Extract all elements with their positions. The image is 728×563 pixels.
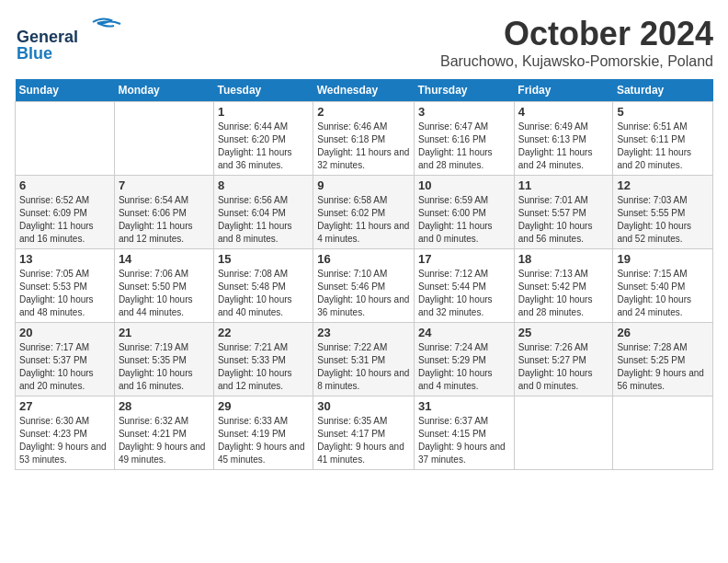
calendar-cell: 15Sunrise: 7:08 AM Sunset: 5:48 PM Dayli… [213, 249, 313, 323]
calendar-cell: 29Sunrise: 6:33 AM Sunset: 4:19 PM Dayli… [213, 396, 313, 470]
svg-text:Blue: Blue [17, 44, 52, 61]
calendar-week-2: 6Sunrise: 6:52 AM Sunset: 6:09 PM Daylig… [16, 176, 713, 249]
calendar-cell: 20Sunrise: 7:17 AM Sunset: 5:37 PM Dayli… [16, 323, 115, 396]
day-info: Sunrise: 7:28 AM Sunset: 5:25 PM Dayligh… [617, 341, 709, 393]
day-number: 20 [19, 326, 110, 339]
calendar-table: SundayMondayTuesdayWednesdayThursdayFrid… [15, 79, 713, 470]
calendar-cell: 25Sunrise: 7:26 AM Sunset: 5:27 PM Dayli… [514, 323, 613, 396]
day-number: 11 [518, 178, 609, 192]
calendar-cell: 22Sunrise: 7:21 AM Sunset: 5:33 PM Dayli… [213, 323, 313, 396]
calendar-week-3: 13Sunrise: 7:05 AM Sunset: 5:53 PM Dayli… [16, 249, 713, 323]
weekday-header-monday: Monday [114, 79, 213, 102]
day-number: 25 [518, 326, 609, 339]
calendar-cell: 18Sunrise: 7:13 AM Sunset: 5:42 PM Dayli… [514, 249, 613, 323]
calendar-cell: 6Sunrise: 6:52 AM Sunset: 6:09 PM Daylig… [16, 176, 115, 249]
weekday-header-wednesday: Wednesday [313, 79, 415, 102]
day-info: Sunrise: 7:03 AM Sunset: 5:55 PM Dayligh… [617, 194, 709, 246]
day-number: 22 [218, 326, 309, 339]
day-info: Sunrise: 7:12 AM Sunset: 5:44 PM Dayligh… [418, 268, 510, 319]
calendar-week-4: 20Sunrise: 7:17 AM Sunset: 5:37 PM Dayli… [16, 323, 713, 396]
day-info: Sunrise: 7:13 AM Sunset: 5:42 PM Dayligh… [518, 268, 609, 319]
calendar-cell: 14Sunrise: 7:06 AM Sunset: 5:50 PM Dayli… [114, 249, 213, 323]
weekday-header-thursday: Thursday [415, 79, 515, 102]
calendar-cell [16, 102, 115, 176]
calendar-cell: 7Sunrise: 6:54 AM Sunset: 6:06 PM Daylig… [114, 176, 213, 249]
calendar-week-5: 27Sunrise: 6:30 AM Sunset: 4:23 PM Dayli… [16, 396, 713, 470]
calendar-cell: 31Sunrise: 6:37 AM Sunset: 4:15 PM Dayli… [415, 396, 515, 470]
day-info: Sunrise: 6:35 AM Sunset: 4:17 PM Dayligh… [317, 415, 410, 466]
location: Baruchowo, Kujawsko-Pomorskie, Poland [440, 53, 713, 70]
svg-text:General: General [17, 28, 78, 46]
day-number: 10 [418, 178, 510, 192]
calendar-cell: 19Sunrise: 7:15 AM Sunset: 5:40 PM Dayli… [613, 249, 713, 323]
day-number: 4 [518, 105, 609, 119]
day-info: Sunrise: 7:24 AM Sunset: 5:29 PM Dayligh… [418, 341, 510, 393]
day-info: Sunrise: 7:05 AM Sunset: 5:53 PM Dayligh… [19, 268, 110, 319]
calendar-cell: 13Sunrise: 7:05 AM Sunset: 5:53 PM Dayli… [16, 249, 115, 323]
day-info: Sunrise: 7:22 AM Sunset: 5:31 PM Dayligh… [317, 341, 410, 393]
day-info: Sunrise: 6:58 AM Sunset: 6:02 PM Dayligh… [317, 194, 410, 246]
day-number: 3 [418, 105, 510, 119]
day-number: 7 [119, 178, 210, 192]
day-number: 26 [617, 326, 709, 339]
day-info: Sunrise: 6:52 AM Sunset: 6:09 PM Dayligh… [19, 194, 110, 246]
day-info: Sunrise: 7:08 AM Sunset: 5:48 PM Dayligh… [218, 268, 309, 319]
calendar-cell [114, 102, 213, 176]
page-header: General Blue October 2024 Baruchowo, Kuj… [15, 15, 713, 70]
day-number: 31 [418, 399, 510, 413]
title-block: October 2024 Baruchowo, Kujawsko-Pomorsk… [440, 15, 713, 70]
logo: General Blue [15, 15, 125, 61]
day-number: 9 [317, 178, 410, 192]
weekday-header-sunday: Sunday [16, 79, 115, 102]
day-number: 13 [19, 252, 110, 266]
day-number: 8 [218, 178, 309, 192]
day-info: Sunrise: 6:33 AM Sunset: 4:19 PM Dayligh… [218, 415, 309, 466]
calendar-cell: 5Sunrise: 6:51 AM Sunset: 6:11 PM Daylig… [613, 102, 713, 176]
day-number: 12 [617, 178, 709, 192]
calendar-cell: 2Sunrise: 6:46 AM Sunset: 6:18 PM Daylig… [313, 102, 415, 176]
calendar-cell: 10Sunrise: 6:59 AM Sunset: 6:00 PM Dayli… [415, 176, 515, 249]
day-info: Sunrise: 7:17 AM Sunset: 5:37 PM Dayligh… [19, 341, 110, 393]
calendar-cell: 4Sunrise: 6:49 AM Sunset: 6:13 PM Daylig… [514, 102, 613, 176]
day-info: Sunrise: 7:21 AM Sunset: 5:33 PM Dayligh… [218, 341, 309, 393]
day-number: 23 [317, 326, 410, 339]
calendar-cell [514, 396, 613, 470]
day-info: Sunrise: 7:26 AM Sunset: 5:27 PM Dayligh… [518, 341, 609, 393]
day-info: Sunrise: 6:54 AM Sunset: 6:06 PM Dayligh… [119, 194, 210, 246]
calendar-cell: 8Sunrise: 6:56 AM Sunset: 6:04 PM Daylig… [213, 176, 313, 249]
weekday-header-saturday: Saturday [613, 79, 713, 102]
calendar-cell: 3Sunrise: 6:47 AM Sunset: 6:16 PM Daylig… [415, 102, 515, 176]
calendar-cell: 28Sunrise: 6:32 AM Sunset: 4:21 PM Dayli… [114, 396, 213, 470]
day-info: Sunrise: 6:46 AM Sunset: 6:18 PM Dayligh… [317, 121, 410, 172]
calendar-cell: 26Sunrise: 7:28 AM Sunset: 5:25 PM Dayli… [613, 323, 713, 396]
day-info: Sunrise: 6:37 AM Sunset: 4:15 PM Dayligh… [418, 415, 510, 466]
day-info: Sunrise: 6:30 AM Sunset: 4:23 PM Dayligh… [19, 415, 110, 466]
day-number: 17 [418, 252, 510, 266]
day-number: 1 [218, 105, 309, 119]
day-number: 5 [617, 105, 709, 119]
calendar-header: SundayMondayTuesdayWednesdayThursdayFrid… [16, 79, 713, 102]
weekday-header-tuesday: Tuesday [213, 79, 313, 102]
calendar-cell: 16Sunrise: 7:10 AM Sunset: 5:46 PM Dayli… [313, 249, 415, 323]
day-number: 28 [119, 399, 210, 413]
day-info: Sunrise: 7:06 AM Sunset: 5:50 PM Dayligh… [119, 268, 210, 319]
day-number: 29 [218, 399, 309, 413]
calendar-cell: 12Sunrise: 7:03 AM Sunset: 5:55 PM Dayli… [613, 176, 713, 249]
calendar-cell: 17Sunrise: 7:12 AM Sunset: 5:44 PM Dayli… [415, 249, 515, 323]
day-info: Sunrise: 7:15 AM Sunset: 5:40 PM Dayligh… [617, 268, 709, 319]
calendar-cell [613, 396, 713, 470]
logo-svg: General Blue [15, 15, 125, 61]
day-info: Sunrise: 6:56 AM Sunset: 6:04 PM Dayligh… [218, 194, 309, 246]
day-number: 21 [119, 326, 210, 339]
calendar-cell: 23Sunrise: 7:22 AM Sunset: 5:31 PM Dayli… [313, 323, 415, 396]
calendar-cell: 9Sunrise: 6:58 AM Sunset: 6:02 PM Daylig… [313, 176, 415, 249]
day-info: Sunrise: 7:10 AM Sunset: 5:46 PM Dayligh… [317, 268, 410, 319]
day-number: 24 [418, 326, 510, 339]
day-info: Sunrise: 6:49 AM Sunset: 6:13 PM Dayligh… [518, 121, 609, 172]
day-info: Sunrise: 7:19 AM Sunset: 5:35 PM Dayligh… [119, 341, 210, 393]
calendar-week-1: 1Sunrise: 6:44 AM Sunset: 6:20 PM Daylig… [16, 102, 713, 176]
day-number: 2 [317, 105, 410, 119]
calendar-body: 1Sunrise: 6:44 AM Sunset: 6:20 PM Daylig… [16, 102, 713, 470]
weekday-row: SundayMondayTuesdayWednesdayThursdayFrid… [16, 79, 713, 102]
calendar-cell: 21Sunrise: 7:19 AM Sunset: 5:35 PM Dayli… [114, 323, 213, 396]
